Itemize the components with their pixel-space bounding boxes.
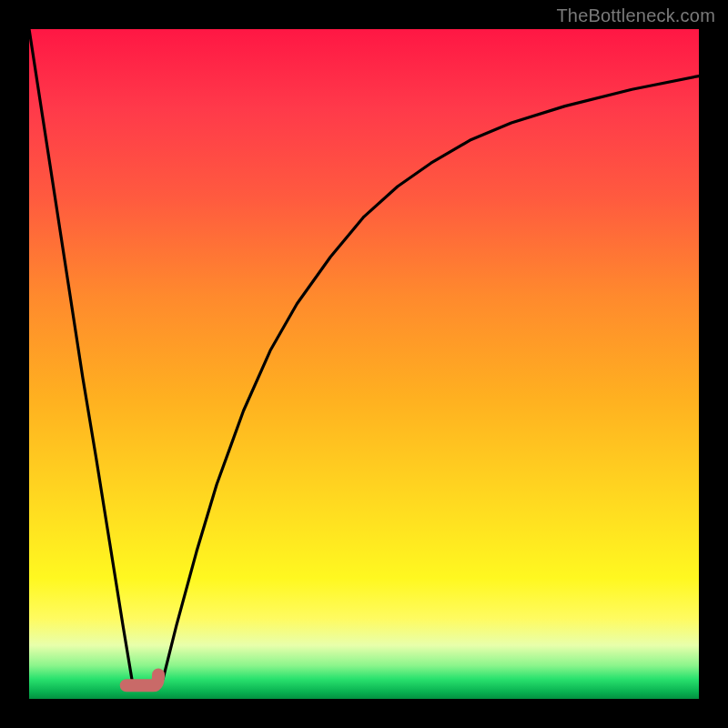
chart-svg <box>29 29 699 699</box>
curve-left-branch <box>29 29 133 685</box>
curve-right-branch <box>163 76 699 679</box>
watermark-text: TheBottleneck.com <box>556 5 715 26</box>
plot-area <box>29 29 699 699</box>
chart-frame: TheBottleneck.com <box>0 0 728 728</box>
